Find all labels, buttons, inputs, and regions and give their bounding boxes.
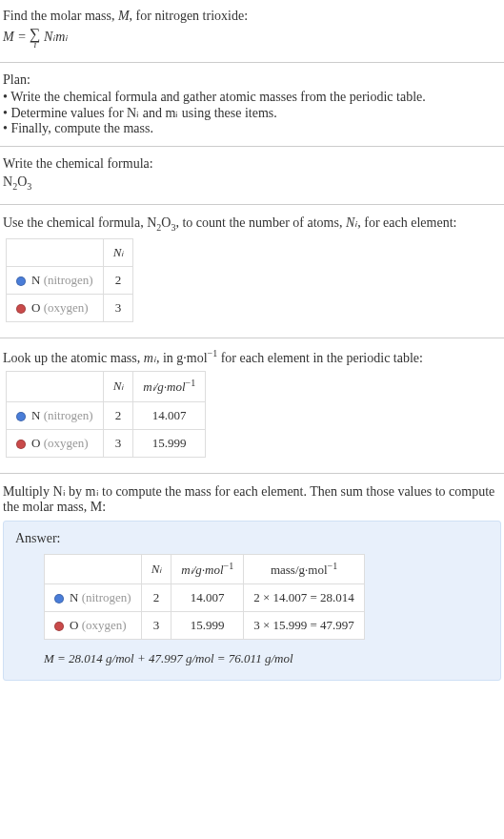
Ni-cell: 3 — [141, 611, 171, 639]
nitrogen-dot-icon — [16, 412, 26, 421]
mass-cell: 2 × 14.007 = 28.014 — [244, 583, 365, 611]
blank-header — [7, 372, 104, 401]
t: , in g·mol — [156, 350, 208, 364]
t: mᵢ/g·mol — [181, 563, 223, 577]
Ni-cell: 2 — [141, 583, 171, 611]
step1-text: Write the chemical formula: — [3, 156, 501, 172]
elem-name: (oxygen) — [44, 300, 89, 315]
plan-header: Plan: — [3, 72, 501, 88]
formula-O: O — [17, 174, 27, 189]
Ni-header: Nᵢ — [103, 372, 133, 401]
mi: mᵢ — [144, 350, 156, 364]
table-row: O (oxygen) 3 — [7, 294, 133, 321]
answer-box: Answer: Nᵢ mᵢ/g·mol−1 mass/g·mol−1 N (ni… — [3, 521, 501, 681]
atom-count-table: Nᵢ N (nitrogen) 2 O (oxygen) 3 — [6, 238, 133, 322]
table-row: O (oxygen) 3 15.999 — [7, 429, 206, 457]
element-cell: O (oxygen) — [7, 294, 104, 321]
table-row: N (nitrogen) 2 — [7, 266, 133, 294]
intro-line: Find the molar mass, M, for nitrogen tri… — [3, 9, 501, 24]
table-row: O (oxygen) 3 15.999 3 × 15.999 = 47.997 — [45, 611, 365, 639]
t: , to count the number of atoms, — [175, 215, 345, 230]
intro-text-b: , for nitrogen trioxide: — [130, 9, 248, 23]
elem-sym: N — [31, 273, 40, 287]
intro-equation: M = ∑i Nᵢmᵢ — [3, 24, 501, 52]
formula-N: N — [3, 174, 12, 189]
divider — [0, 62, 504, 63]
mass-header: mass/g·mol−1 — [244, 554, 365, 583]
exp: −1 — [224, 561, 234, 571]
element-cell: N (nitrogen) — [7, 266, 104, 294]
step3-text: Look up the atomic mass, mᵢ, in g·mol−1 … — [3, 348, 501, 366]
eq-right: Nᵢmᵢ — [41, 30, 69, 44]
elem-name: (nitrogen) — [44, 408, 93, 422]
t: for each element in the periodic table: — [217, 350, 423, 364]
divider — [0, 338, 504, 338]
elem-sym: O — [70, 618, 78, 632]
chemical-formula: N2O3 — [3, 172, 501, 194]
atomic-mass-table: Nᵢ mᵢ/g·mol−1 N (nitrogen) 2 14.007 O (o… — [6, 371, 206, 457]
exp: −1 — [328, 561, 338, 571]
summation: ∑i — [30, 27, 40, 50]
mi-cell: 15.999 — [133, 429, 206, 457]
t: mass/g·mol — [271, 563, 328, 577]
t: Look up the atomic mass, — [3, 350, 144, 364]
divider — [0, 146, 504, 147]
formula-sub3: 3 — [27, 181, 31, 192]
t: O — [161, 215, 171, 230]
element-cell: N (nitrogen) — [45, 583, 142, 611]
M-symbol: M — [118, 9, 130, 23]
table-header-row: Nᵢ mᵢ/g·mol−1 mass/g·mol−1 — [45, 554, 365, 583]
table-header-row: Nᵢ — [7, 238, 133, 266]
Ni-cell: 3 — [103, 429, 133, 457]
divider — [0, 204, 504, 205]
intro-text: Find the molar mass, — [3, 9, 118, 23]
step4-text: Multiply Nᵢ by mᵢ to compute the mass fo… — [3, 483, 501, 515]
mi-cell: 14.007 — [171, 583, 244, 611]
plan-item: • Finally, compute the mass. — [3, 121, 501, 136]
step4-block: Multiply Nᵢ by mᵢ to compute the mass fo… — [0, 480, 504, 519]
plan-item: • Write the chemical formula and gather … — [3, 90, 501, 105]
elem-name: (nitrogen) — [44, 273, 93, 287]
oxygen-dot-icon — [16, 304, 26, 314]
nitrogen-dot-icon — [54, 594, 64, 604]
t: , for each element: — [357, 215, 456, 230]
elem-sym: O — [31, 300, 40, 315]
exp: −1 — [186, 378, 196, 388]
t: Use the chemical formula, N — [3, 215, 156, 230]
final-result: M = 28.014 g/mol + 47.997 g/mol = 76.011… — [44, 651, 489, 666]
Ni-header: Nᵢ — [103, 238, 133, 266]
answer-table: Nᵢ mᵢ/g·mol−1 mass/g·mol−1 N (nitrogen) … — [44, 554, 365, 640]
Ni-cell: 2 — [103, 266, 133, 294]
elem-name: (oxygen) — [44, 436, 89, 450]
Ni-cell: 2 — [103, 401, 133, 429]
element-cell: O (oxygen) — [7, 429, 104, 457]
divider — [0, 473, 504, 474]
step2-block: Use the chemical formula, N2O3, to count… — [0, 211, 504, 332]
plan-block: Plan: • Write the chemical formula and g… — [0, 69, 504, 140]
elem-sym: N — [31, 408, 40, 422]
step2-text: Use the chemical formula, N2O3, to count… — [3, 215, 501, 233]
elem-name: (oxygen) — [82, 618, 127, 632]
table-row: N (nitrogen) 2 14.007 — [7, 401, 206, 429]
element-cell: N (nitrogen) — [7, 401, 104, 429]
Ni-header: Nᵢ — [141, 554, 171, 583]
answer-title: Answer: — [15, 531, 489, 546]
mi-header: mᵢ/g·mol−1 — [133, 372, 206, 401]
element-cell: O (oxygen) — [45, 611, 142, 639]
mi-cell: 14.007 — [133, 401, 206, 429]
eq-left: M = — [3, 30, 30, 44]
mi-header: mᵢ/g·mol−1 — [171, 554, 244, 583]
plan-item: • Determine values for Nᵢ and mᵢ using t… — [3, 105, 501, 121]
blank-header — [7, 238, 104, 266]
elem-sym: O — [31, 436, 40, 450]
elem-name: (nitrogen) — [82, 590, 131, 604]
blank-header — [45, 554, 142, 583]
step3-block: Look up the atomic mass, mᵢ, in g·mol−1 … — [0, 344, 504, 467]
t: mᵢ/g·mol — [143, 380, 185, 395]
nitrogen-dot-icon — [16, 276, 26, 286]
mass-cell: 3 × 15.999 = 47.997 — [244, 611, 365, 639]
Ni-cell: 3 — [103, 294, 133, 321]
exp: −1 — [208, 348, 218, 358]
step1-block: Write the chemical formula: N2O3 — [0, 153, 504, 198]
table-row: N (nitrogen) 2 14.007 2 × 14.007 = 28.01… — [45, 583, 365, 611]
